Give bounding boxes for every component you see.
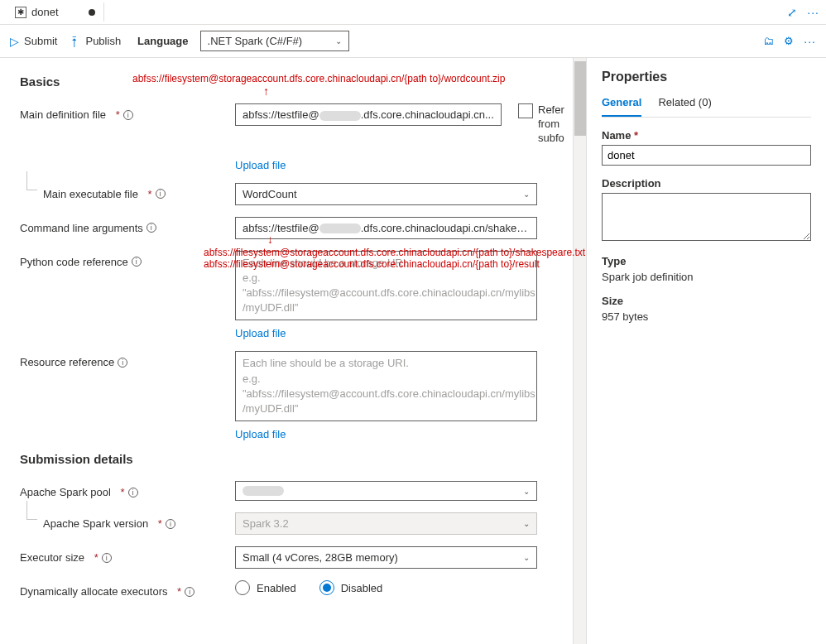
publish-button[interactable]: ⭱ Publish [69,35,121,48]
description-label: Description [602,177,811,190]
tab-title: donet [31,6,59,18]
language-select[interactable]: .NET Spark (C#/F#) ⌄ [200,31,349,51]
play-icon: ▷ [10,35,19,48]
info-icon[interactable]: i [166,519,175,529]
main-definition-label: Main definition file * i [20,103,227,121]
spark-pool-select[interactable]: ⌄ [235,481,537,501]
settings-icon[interactable]: ⚙ [784,35,794,47]
submit-button[interactable]: ▷ Submit [10,35,57,48]
tab-general[interactable]: General [602,96,641,117]
spark-version-select: Spark 3.2 ⌄ [235,512,537,535]
upload-file-link[interactable]: Upload file [235,327,286,339]
properties-title: Properties [602,70,811,84]
cmd-args-input[interactable]: abfss://testfile@.dfs.core.chinacloudapi… [235,217,537,239]
chevron-down-icon: ⌄ [523,519,530,528]
unsaved-dot-icon [89,9,95,16]
annotation-result: abfss://filesystem@storageaccount.dfs.co… [204,258,540,270]
type-value: Spark job definition [602,271,694,283]
tabs: ✱ donet [7,2,104,22]
arrow-up-icon: ↑ [263,84,269,98]
python-ref-label: Python code reference i [20,251,227,268]
disabled-radio[interactable]: Disabled [319,580,383,595]
properties-panel: Properties General Related (0) Name * De… [586,58,826,644]
dynamic-alloc-label: Dynamically allocate executors * i [20,580,227,598]
more-icon[interactable]: ··· [807,6,819,19]
scrollbar[interactable] [573,58,586,644]
reference-subfolder-checkbox[interactable]: Referfromsubfo [518,103,566,146]
upload-file-link[interactable]: Upload file [235,159,286,171]
file-tab[interactable]: ✱ donet [7,2,104,22]
more-toolbar-icon[interactable]: ··· [804,35,816,48]
main-executable-label: Main executable file * i [20,183,227,200]
info-icon[interactable]: i [156,189,166,199]
resource-ref-label: Resource reference i [20,351,227,368]
title-bar: ✱ donet ⤢ ··· [0,0,826,25]
info-icon[interactable]: i [123,110,133,120]
toolbar: ▷ Submit ⭱ Publish Language .NET Spark (… [0,25,826,58]
tab-related[interactable]: Related (0) [658,96,711,117]
type-label: Type [602,255,811,267]
size-label: Size [602,295,811,307]
arrow-down-icon: ↓ [267,233,273,246]
size-value: 957 bytes [602,310,648,323]
file-icon: ✱ [15,7,26,18]
info-icon[interactable]: i [118,358,127,368]
expand-icon[interactable]: ⤢ [787,6,797,19]
info-icon[interactable]: i [185,587,194,597]
spark-version-label: Apache Spark version * i [20,512,227,530]
info-icon[interactable]: i [102,553,112,563]
main-definition-input[interactable]: abfss://testfile@.dfs.core.chinacloudapi… [235,103,502,126]
executor-size-select[interactable]: Small (4 vCores, 28GB memory) ⌄ [235,546,537,569]
submission-heading: Submission details [20,452,566,466]
main-form: abfss://filesystem@storageaccount.dfs.co… [0,58,586,644]
description-textarea[interactable] [602,193,811,241]
radio-icon [235,580,250,595]
annotation-wordcount: abfss://filesystem@storageaccount.dfs.co… [132,73,505,84]
upload-icon: ⭱ [69,35,80,48]
upload-file-link[interactable]: Upload file [235,428,286,440]
enabled-radio[interactable]: Enabled [235,580,296,595]
code-icon[interactable]: 🗂 [763,35,774,47]
chevron-down-icon: ⌄ [523,487,530,496]
resource-ref-textarea[interactable]: Each line should be a storage URI.e.g."a… [235,351,537,421]
chevron-down-icon: ⌄ [523,553,530,562]
chevron-down-icon: ⌄ [523,190,530,199]
executor-size-label: Executor size * i [20,546,227,564]
info-icon[interactable]: i [132,257,142,267]
name-label: Name * [602,129,811,142]
chevron-down-icon: ⌄ [335,36,342,46]
info-icon[interactable]: i [128,488,138,497]
language-label: Language [137,35,188,47]
annotation-shakespeare: abfss://filesystem@storageaccount.dfs.co… [204,247,585,258]
main-executable-select[interactable]: WordCount ⌄ [235,183,537,205]
info-icon[interactable]: i [146,223,156,233]
radio-icon [319,580,334,595]
name-input[interactable] [602,145,811,166]
cmd-args-label: Command line arguments i [20,217,227,234]
checkbox-icon [518,103,533,118]
spark-pool-label: Apache Spark pool * i [20,481,227,498]
